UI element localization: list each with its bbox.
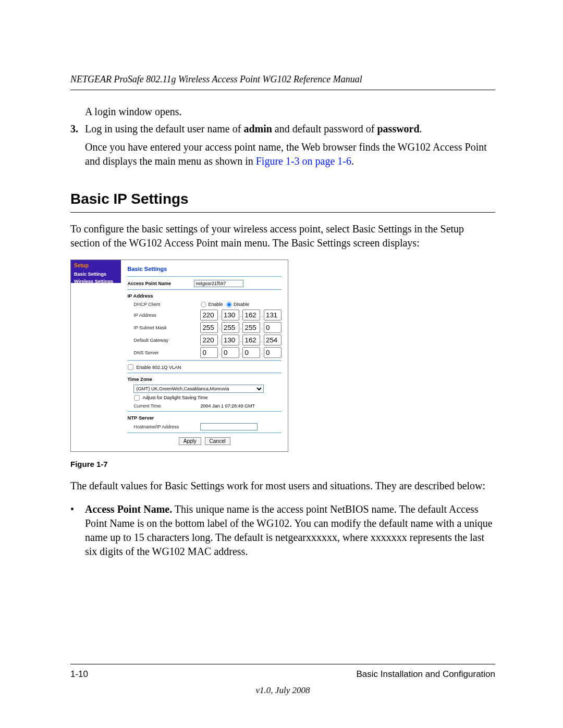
- dhcp-label: DHCP Client: [127, 301, 200, 307]
- dhcp-disable-radio[interactable]: [226, 302, 231, 307]
- step-3-body: Log in using the default user name of ad…: [85, 122, 495, 168]
- dns-o1[interactable]: [200, 347, 218, 358]
- ntp-label: Hostname/IP Address: [127, 424, 200, 430]
- sidebar-item-wireless-settings[interactable]: Wireless Settings: [71, 278, 121, 285]
- bullet-lead: Access Point Name.: [85, 503, 172, 515]
- basic-settings-screenshot: Setup Basic Settings Wireless Settings B…: [70, 260, 288, 452]
- mask-label: IP Subnet Mask: [127, 325, 200, 331]
- step-3-admin: admin: [243, 123, 272, 134]
- dhcp-enable-text: Enable: [208, 301, 223, 307]
- gw-o4[interactable]: [264, 335, 282, 346]
- ip-address-heading: IP Address: [127, 293, 282, 300]
- gw-o3[interactable]: [242, 335, 260, 346]
- footer-chapter: Basic Installation and Configuration: [357, 669, 496, 681]
- dns-o4[interactable]: [264, 347, 282, 358]
- after-figure-text: The default values for Basic Settings wo…: [70, 479, 495, 493]
- login-opens-line: A login window opens.: [85, 105, 495, 119]
- dns-o2[interactable]: [222, 347, 239, 358]
- ip-o2[interactable]: [222, 310, 239, 320]
- dhcp-disable-text: Disable: [234, 301, 249, 307]
- current-time-value: 2004 Jan 1 07:28:49 GMT: [200, 403, 255, 409]
- page-footer: 1-10 Basic Installation and Configuratio…: [70, 664, 495, 681]
- step-3-followup: Once you have entered your access point …: [85, 140, 495, 168]
- mask-o1[interactable]: [200, 322, 218, 333]
- step-3-text-b: and default password of: [272, 123, 377, 134]
- vlan-checkbox[interactable]: [128, 365, 133, 370]
- ip-label: IP Address: [127, 312, 200, 318]
- footer-version: v1.0, July 2008: [70, 685, 495, 697]
- mask-o4[interactable]: [264, 322, 282, 333]
- ap-name-label: Access Point Name: [127, 280, 194, 287]
- section-lead: To configure the basic settings of your …: [70, 222, 495, 250]
- followup-b: .: [351, 155, 354, 167]
- ip-o3[interactable]: [242, 310, 260, 320]
- step-3-number: 3.: [70, 122, 85, 168]
- gw-label: Default Gateway: [127, 337, 200, 343]
- tz-heading: Time Zone: [127, 376, 282, 383]
- dhcp-enable-radio[interactable]: [201, 302, 206, 307]
- bullet-ap-name: • Access Point Name. This unique name is…: [70, 502, 495, 559]
- bullet-dot: •: [70, 502, 85, 559]
- section-heading: Basic IP Settings: [70, 189, 495, 213]
- daylight-checkbox[interactable]: [134, 395, 140, 400]
- cancel-button[interactable]: Cancel: [205, 437, 230, 445]
- current-time-label: Current Time: [127, 403, 200, 409]
- dns-label: DNS Server: [127, 350, 200, 356]
- ap-name-input[interactable]: [194, 280, 243, 287]
- ip-o4[interactable]: [264, 310, 282, 320]
- dns-o3[interactable]: [242, 347, 260, 358]
- running-header: NETGEAR ProSafe 802.11g Wireless Access …: [70, 73, 495, 90]
- mask-o3[interactable]: [242, 322, 260, 333]
- screenshot-sidebar: Setup Basic Settings Wireless Settings: [71, 260, 121, 283]
- step-3-password: password: [377, 123, 419, 134]
- panel-title: Basic Settings: [127, 265, 282, 273]
- ntp-heading: NTP Server: [127, 415, 282, 422]
- step-3: 3. Log in using the default user name of…: [70, 122, 495, 168]
- ip-o1[interactable]: [200, 310, 218, 320]
- footer-page-number: 1-10: [70, 669, 88, 681]
- step-3-text-a: Log in using the default user name of: [85, 123, 243, 134]
- daylight-label: Adjust for Daylight Saving Time: [142, 394, 207, 401]
- gw-o1[interactable]: [200, 335, 218, 346]
- step-3-text-c: .: [420, 123, 422, 134]
- sidebar-item-basic-settings[interactable]: Basic Settings: [71, 270, 121, 278]
- mask-o2[interactable]: [222, 322, 239, 333]
- screenshot-panel: Basic Settings Access Point Name IP Addr…: [121, 260, 288, 451]
- figure-1-3-link[interactable]: Figure 1-3 on page 1-6: [256, 155, 351, 167]
- figure-caption: Figure 1-7: [70, 459, 495, 470]
- gw-o2[interactable]: [222, 335, 239, 346]
- tz-select[interactable]: (GMT) UK,GreenWich,Casablanca,Monrovia: [133, 385, 264, 393]
- ntp-input[interactable]: [200, 423, 258, 430]
- apply-button[interactable]: Apply: [179, 437, 201, 445]
- vlan-label: Enable 802.1Q VLAN: [136, 364, 181, 371]
- sidebar-header-setup: Setup: [71, 262, 121, 270]
